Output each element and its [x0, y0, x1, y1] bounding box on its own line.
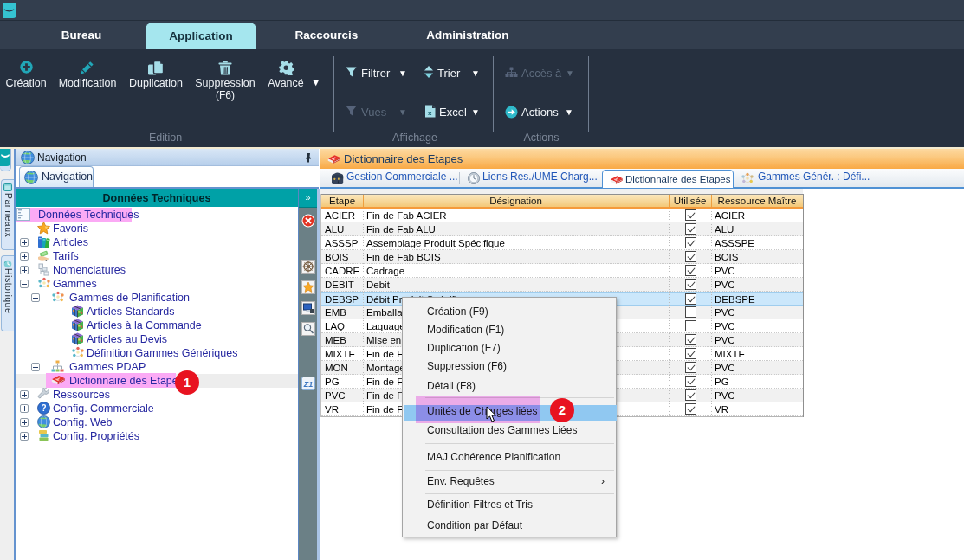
svg-text:?: ? [41, 403, 46, 413]
svg-text:x: x [428, 109, 432, 117]
svg-text:Z1: Z1 [303, 380, 314, 389]
